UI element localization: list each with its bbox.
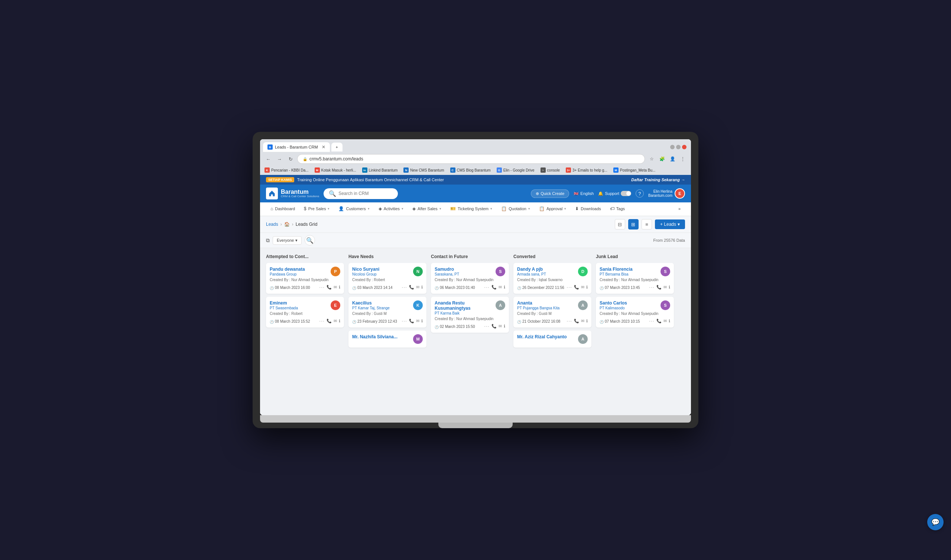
lead-card[interactable]: Pandu dewanata Pandawa Group P Created B… <box>266 263 344 294</box>
email-icon[interactable]: ✉ <box>334 318 337 323</box>
refresh-button[interactable]: ↻ <box>286 154 295 163</box>
lead-card[interactable]: Kaecilius PT Kamar Taj, Strange K Create… <box>348 297 426 328</box>
nav-ticketing[interactable]: 🎫 Ticketing System ▾ <box>446 202 497 216</box>
info-icon[interactable]: ℹ <box>586 285 588 290</box>
filter-icon[interactable]: ⧉ <box>266 237 270 244</box>
nav-dashboard[interactable]: ⌂ Dashboard <box>266 202 299 216</box>
nav-downloads[interactable]: ⬇ Downloads <box>571 202 605 216</box>
info-icon[interactable]: ℹ <box>586 318 588 323</box>
lead-card[interactable]: Mr. Nazhifa Silviana... M <box>348 331 426 348</box>
phone-icon[interactable]: 📞 <box>491 324 497 329</box>
search-box[interactable]: 🔍 <box>323 188 398 199</box>
bookmark-gdrive[interactable]: G Elin - Google Drive <box>495 167 536 174</box>
user-profile[interactable]: Elin Herlina Barantum.com E <box>648 188 685 198</box>
info-icon[interactable]: ℹ <box>339 318 340 323</box>
back-button[interactable]: ← <box>264 154 273 163</box>
window-maximize[interactable] <box>676 145 680 149</box>
lead-card[interactable]: Mr. Aziz Rizal Cahyanto A <box>513 331 591 348</box>
extensions-button[interactable]: 🧩 <box>657 154 666 163</box>
bookmark-kbbi[interactable]: K Pencarian - KBBI Da... <box>263 167 310 174</box>
info-icon[interactable]: ℹ <box>669 318 670 323</box>
email-icon[interactable]: ✉ <box>581 318 584 323</box>
more-options-icon[interactable]: ··· <box>484 323 489 329</box>
support-toggle[interactable] <box>621 191 631 196</box>
nav-aftersales[interactable]: ◈ After Sales ▾ <box>408 202 446 216</box>
bookmark-blog[interactable]: C CMS Blog Barantum <box>449 167 492 174</box>
more-options-icon[interactable]: ··· <box>566 318 572 324</box>
phone-icon[interactable]: 📞 <box>326 285 332 290</box>
email-icon[interactable]: ✉ <box>663 285 667 290</box>
info-icon[interactable]: ℹ <box>504 324 505 329</box>
nav-quotation[interactable]: 📋 Quotation ▾ <box>497 202 535 216</box>
lead-card[interactable]: Dandy A pjb Armada sana, PT D Created By… <box>513 263 591 294</box>
info-icon[interactable]: ℹ <box>669 285 670 290</box>
phone-icon[interactable]: 📞 <box>574 318 579 323</box>
phone-icon[interactable]: 📞 <box>491 285 497 290</box>
email-icon[interactable]: ✉ <box>499 324 502 329</box>
more-options-icon[interactable]: ··· <box>566 284 572 290</box>
phone-icon[interactable]: 📞 <box>409 285 414 290</box>
lead-card[interactable]: Nico Suryani Nicolosi Group N Created By… <box>348 263 426 294</box>
nav-more[interactable]: » <box>674 203 685 215</box>
email-icon[interactable]: ✉ <box>416 318 419 323</box>
lead-card[interactable]: Ananda Restu Kusumaningtyas PT Karma Bai… <box>431 297 509 333</box>
phone-icon[interactable]: 📞 <box>574 285 579 290</box>
view-kanban-button[interactable]: ⊞ <box>628 219 639 229</box>
email-icon[interactable]: ✉ <box>334 285 337 290</box>
bookmark-emails[interactable]: 3+ 3+ Emails to help g... <box>564 167 609 174</box>
info-icon[interactable]: ℹ <box>339 285 340 290</box>
email-icon[interactable]: ✉ <box>581 285 584 290</box>
bookmark-linkedin[interactable]: in Linkind Barantum <box>361 167 399 174</box>
view-list-button[interactable]: ≡ <box>642 219 652 229</box>
window-close[interactable] <box>682 145 686 149</box>
quick-create-button[interactable]: ⊕ Quick Create <box>531 189 569 198</box>
info-icon[interactable]: ℹ <box>504 285 505 290</box>
search-filter-button[interactable]: 🔍 <box>305 235 315 245</box>
more-options-icon[interactable]: ··· <box>649 318 654 324</box>
bookmark-console[interactable]: > console <box>539 167 561 174</box>
breadcrumb-home-icon[interactable]: 🏠 <box>284 222 290 227</box>
more-options-icon[interactable]: ··· <box>319 284 325 290</box>
more-options-icon[interactable]: ··· <box>402 284 407 290</box>
help-button[interactable]: ? <box>636 189 644 198</box>
add-leads-button[interactable]: + Leads ▾ <box>655 220 685 229</box>
more-options-icon[interactable]: ··· <box>402 318 407 324</box>
breadcrumb-leads[interactable]: Leads <box>266 222 278 227</box>
info-icon[interactable]: ℹ <box>421 285 423 290</box>
address-bar[interactable]: 🔒 crmv5.barantum.com/leads <box>297 154 645 164</box>
view-tree-button[interactable]: ⊟ <box>615 219 625 229</box>
bookmark-gmail[interactable]: M Kotak Masuk - herli... <box>313 167 358 174</box>
email-icon[interactable]: ✉ <box>499 285 502 290</box>
info-icon[interactable]: ℹ <box>421 318 423 323</box>
lead-card[interactable]: Samudro Saraskana, PT S Created By : Nur… <box>431 263 509 294</box>
logo[interactable]: Barantum CRM & Call Center Solutions <box>266 188 319 199</box>
chat-widget[interactable]: 💬 <box>927 514 943 530</box>
more-options-icon[interactable]: ··· <box>649 284 654 290</box>
nav-approval[interactable]: 📋 Approval ▾ <box>535 202 571 216</box>
email-icon[interactable]: ✉ <box>663 318 667 323</box>
lead-card[interactable]: Eminem PT Swasembada E Created By : Robe… <box>266 297 344 328</box>
forward-button[interactable]: → <box>275 154 284 163</box>
email-icon[interactable]: ✉ <box>416 285 419 290</box>
training-cta[interactable]: Daftar Training Sekarang → <box>631 177 685 182</box>
nav-presales[interactable]: $ Pre Sales ▾ <box>299 202 334 216</box>
profile-button[interactable]: 👤 <box>668 154 677 163</box>
lead-card[interactable]: Sania Florencia PT Bersama Bisa S Create… <box>596 263 674 294</box>
nav-activities[interactable]: ◈ Activities ▾ <box>374 202 408 216</box>
search-input[interactable] <box>339 191 392 196</box>
more-options-icon[interactable]: ··· <box>319 318 325 324</box>
phone-icon[interactable]: 📞 <box>326 318 332 323</box>
language-selector[interactable]: 🇬🇧 English <box>574 191 594 196</box>
window-minimize[interactable] <box>670 145 675 149</box>
nav-customers[interactable]: 👤 Customers ▾ <box>334 202 374 216</box>
nav-tags[interactable]: 🏷 Tags <box>606 202 629 216</box>
support-button[interactable]: 🔔 Support <box>598 191 631 196</box>
filter-dropdown[interactable]: Everyone ▾ <box>273 236 302 245</box>
phone-icon[interactable]: 📞 <box>656 318 662 323</box>
bookmark-cms[interactable]: N New CMS Barantum <box>402 167 445 174</box>
lead-card[interactable]: Ananta PT Pujangga Bangsa Kita A Created… <box>513 297 591 328</box>
bookmark-button[interactable]: ☆ <box>647 154 656 163</box>
lead-card[interactable]: Santo Carlos PT Kalimasodo S Created By … <box>596 297 674 328</box>
phone-icon[interactable]: 📞 <box>409 318 414 323</box>
menu-button[interactable]: ⋮ <box>678 154 687 163</box>
